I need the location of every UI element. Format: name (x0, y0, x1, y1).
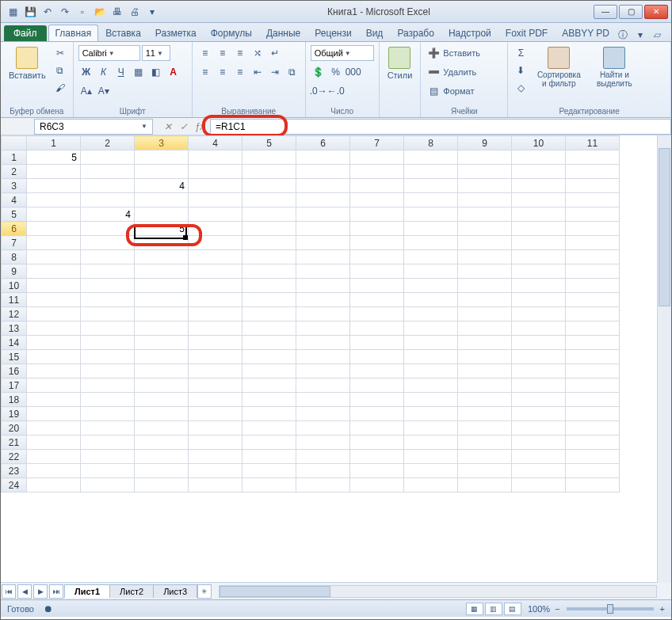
cell[interactable] (81, 421, 135, 436)
cell[interactable] (296, 264, 350, 279)
cell[interactable] (81, 165, 135, 179)
cell[interactable] (350, 393, 404, 407)
close-workbook-icon[interactable]: ✕ (669, 29, 672, 41)
cell[interactable] (189, 207, 242, 222)
cell[interactable] (350, 193, 404, 207)
cell[interactable] (242, 478, 296, 493)
cell[interactable] (566, 222, 620, 236)
cell[interactable] (296, 393, 350, 407)
sheet-nav-last-icon[interactable]: ⏭ (49, 584, 63, 599)
cell[interactable] (350, 150, 404, 165)
cell[interactable] (135, 250, 189, 264)
cell[interactable] (404, 321, 458, 336)
cell[interactable] (296, 236, 350, 250)
cell[interactable] (189, 165, 242, 179)
cell[interactable] (566, 464, 620, 478)
row-header[interactable]: 13 (2, 321, 27, 336)
cell[interactable] (350, 407, 404, 421)
cell[interactable] (242, 350, 296, 364)
cell[interactable] (27, 293, 81, 307)
cell[interactable] (512, 364, 566, 378)
column-header[interactable]: 6 (296, 136, 350, 150)
cell[interactable] (242, 150, 296, 165)
cell[interactable] (458, 464, 512, 478)
align-middle-icon[interactable]: ≡ (215, 45, 231, 61)
cell[interactable] (135, 378, 189, 393)
cancel-formula-icon[interactable]: ✕ (161, 120, 175, 134)
cell[interactable] (27, 264, 81, 279)
cell[interactable] (27, 393, 81, 407)
cell[interactable] (350, 165, 404, 179)
bold-button[interactable]: Ж (78, 64, 94, 80)
cell[interactable] (566, 279, 620, 293)
row-header[interactable]: 14 (2, 336, 27, 350)
cell[interactable] (296, 350, 350, 364)
cell[interactable] (404, 293, 458, 307)
cell[interactable] (404, 478, 458, 493)
cell[interactable] (189, 364, 242, 378)
cell[interactable] (296, 421, 350, 436)
cell[interactable] (81, 478, 135, 493)
autosum-icon[interactable]: Σ (513, 45, 529, 61)
cell[interactable] (189, 236, 242, 250)
tab-home[interactable]: Главная (48, 25, 99, 41)
cell[interactable] (242, 222, 296, 236)
cell[interactable] (458, 264, 512, 279)
cell[interactable] (404, 222, 458, 236)
cell[interactable] (458, 321, 512, 336)
cell[interactable] (81, 364, 135, 378)
cell[interactable] (458, 250, 512, 264)
cell[interactable] (458, 421, 512, 436)
tab-addins[interactable]: Надстрой (441, 25, 498, 41)
cell[interactable] (27, 236, 81, 250)
select-all-corner[interactable] (2, 136, 27, 150)
cell[interactable] (350, 293, 404, 307)
new-icon[interactable]: ▫ (75, 5, 90, 19)
close-button[interactable]: ✕ (644, 5, 668, 19)
column-header[interactable]: 4 (189, 136, 242, 150)
cell[interactable] (404, 250, 458, 264)
cell[interactable] (27, 378, 81, 393)
row-header[interactable]: 21 (2, 436, 27, 450)
cell[interactable] (242, 250, 296, 264)
cell[interactable] (296, 464, 350, 478)
cell[interactable] (512, 222, 566, 236)
delete-cells-label[interactable]: Удалить (443, 67, 476, 77)
vertical-scrollbar[interactable] (657, 135, 671, 583)
row-header[interactable]: 8 (2, 250, 27, 264)
cell[interactable] (404, 364, 458, 378)
cell[interactable] (458, 236, 512, 250)
cell[interactable] (189, 222, 242, 236)
row-header[interactable]: 12 (2, 307, 27, 321)
cell[interactable] (404, 350, 458, 364)
cell[interactable] (189, 450, 242, 464)
insert-cells-icon[interactable]: ➕ (426, 45, 441, 61)
cell[interactable] (27, 250, 81, 264)
cell[interactable] (242, 264, 296, 279)
cell[interactable] (566, 321, 620, 336)
cell[interactable] (189, 179, 242, 193)
cell[interactable] (512, 207, 566, 222)
orientation-icon[interactable]: ⤭ (250, 45, 265, 61)
row-header[interactable]: 18 (2, 393, 27, 407)
cell[interactable] (350, 464, 404, 478)
cell[interactable] (512, 321, 566, 336)
cell[interactable] (350, 264, 404, 279)
cell[interactable] (512, 236, 566, 250)
cell[interactable] (458, 193, 512, 207)
cell[interactable] (566, 236, 620, 250)
cell[interactable] (566, 407, 620, 421)
cell[interactable] (566, 193, 620, 207)
column-header[interactable]: 1 (27, 136, 81, 150)
cell[interactable] (135, 478, 189, 493)
align-top-icon[interactable]: ≡ (197, 45, 213, 61)
cell[interactable] (135, 236, 189, 250)
cell[interactable] (512, 150, 566, 165)
row-header[interactable]: 4 (2, 193, 27, 207)
cell[interactable] (458, 350, 512, 364)
cell[interactable] (512, 378, 566, 393)
cell[interactable] (512, 293, 566, 307)
row-header[interactable]: 11 (2, 293, 27, 307)
wrap-text-icon[interactable]: ↵ (267, 45, 283, 61)
cell[interactable] (350, 450, 404, 464)
